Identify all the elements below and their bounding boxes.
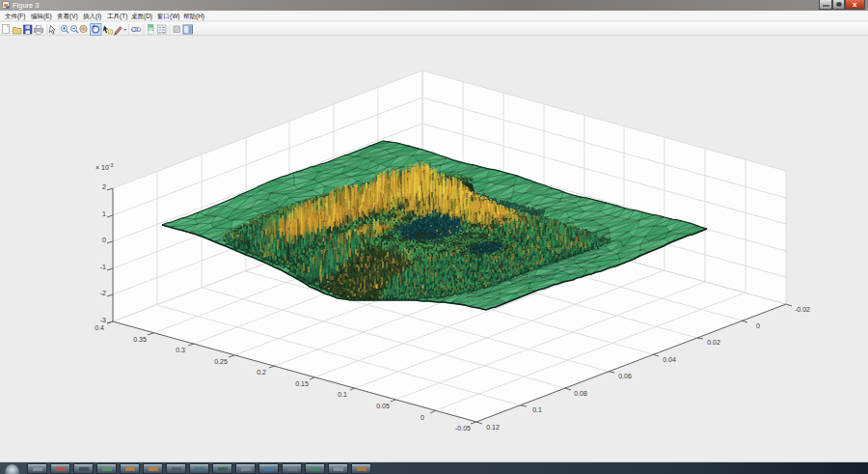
svg-text:2: 2 — [102, 183, 106, 190]
svg-text:0.25: 0.25 — [214, 358, 228, 365]
svg-text:0.35: 0.35 — [133, 336, 147, 343]
svg-text:0: 0 — [756, 322, 760, 329]
svg-text:0: 0 — [420, 414, 424, 421]
svg-text:-0.02: -0.02 — [795, 306, 810, 313]
svg-text:0.2: 0.2 — [257, 369, 266, 376]
svg-text:1: 1 — [102, 210, 106, 217]
svg-text:-2: -2 — [100, 290, 106, 296]
svg-text:0.05: 0.05 — [376, 403, 390, 409]
svg-text:0.1: 0.1 — [338, 391, 347, 398]
svg-text:0.1: 0.1 — [532, 406, 542, 413]
svg-text:0.15: 0.15 — [295, 380, 309, 387]
svg-text:-1: -1 — [100, 264, 106, 270]
svg-text:0.12: 0.12 — [486, 424, 500, 431]
svg-text:0.06: 0.06 — [618, 373, 632, 379]
svg-text:0.04: 0.04 — [663, 356, 676, 363]
svg-text:-0.05: -0.05 — [455, 425, 471, 432]
svg-text:0.4: 0.4 — [95, 324, 104, 331]
svg-text:× 10-3: × 10-3 — [95, 162, 113, 171]
svg-text:0: 0 — [102, 237, 106, 243]
svg-text:0.02: 0.02 — [707, 339, 720, 346]
svg-text:0.08: 0.08 — [574, 390, 587, 397]
svg-text:0.3: 0.3 — [176, 347, 185, 353]
svg-text:-3: -3 — [100, 317, 106, 323]
